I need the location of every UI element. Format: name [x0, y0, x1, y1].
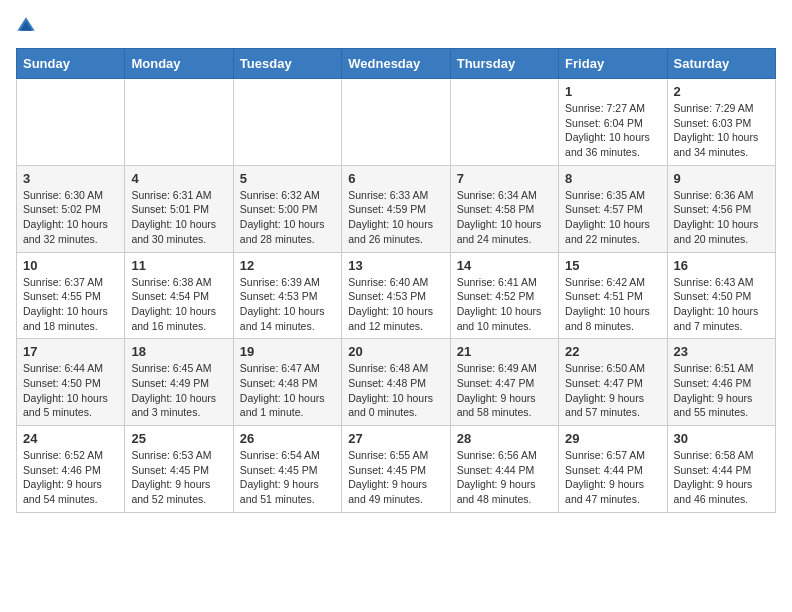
day-info: Sunrise: 6:58 AM Sunset: 4:44 PM Dayligh… — [674, 448, 769, 507]
day-number: 22 — [565, 344, 660, 359]
logo-icon — [16, 16, 36, 36]
calendar-cell: 12Sunrise: 6:39 AM Sunset: 4:53 PM Dayli… — [233, 252, 341, 339]
day-number: 11 — [131, 258, 226, 273]
day-info: Sunrise: 6:55 AM Sunset: 4:45 PM Dayligh… — [348, 448, 443, 507]
day-of-week-header: Sunday — [17, 49, 125, 79]
calendar-cell: 21Sunrise: 6:49 AM Sunset: 4:47 PM Dayli… — [450, 339, 558, 426]
day-number: 18 — [131, 344, 226, 359]
calendar-cell: 29Sunrise: 6:57 AM Sunset: 4:44 PM Dayli… — [559, 426, 667, 513]
day-number: 30 — [674, 431, 769, 446]
calendar-week-row: 24Sunrise: 6:52 AM Sunset: 4:46 PM Dayli… — [17, 426, 776, 513]
calendar-cell: 10Sunrise: 6:37 AM Sunset: 4:55 PM Dayli… — [17, 252, 125, 339]
calendar-cell: 11Sunrise: 6:38 AM Sunset: 4:54 PM Dayli… — [125, 252, 233, 339]
day-of-week-header: Tuesday — [233, 49, 341, 79]
day-info: Sunrise: 6:30 AM Sunset: 5:02 PM Dayligh… — [23, 188, 118, 247]
day-info: Sunrise: 6:44 AM Sunset: 4:50 PM Dayligh… — [23, 361, 118, 420]
day-of-week-header: Saturday — [667, 49, 775, 79]
calendar-cell: 19Sunrise: 6:47 AM Sunset: 4:48 PM Dayli… — [233, 339, 341, 426]
calendar-cell: 15Sunrise: 6:42 AM Sunset: 4:51 PM Dayli… — [559, 252, 667, 339]
day-info: Sunrise: 6:48 AM Sunset: 4:48 PM Dayligh… — [348, 361, 443, 420]
calendar-cell: 3Sunrise: 6:30 AM Sunset: 5:02 PM Daylig… — [17, 165, 125, 252]
calendar-header-row: SundayMondayTuesdayWednesdayThursdayFrid… — [17, 49, 776, 79]
day-number: 6 — [348, 171, 443, 186]
calendar-week-row: 17Sunrise: 6:44 AM Sunset: 4:50 PM Dayli… — [17, 339, 776, 426]
day-info: Sunrise: 6:35 AM Sunset: 4:57 PM Dayligh… — [565, 188, 660, 247]
day-number: 10 — [23, 258, 118, 273]
calendar-cell: 23Sunrise: 6:51 AM Sunset: 4:46 PM Dayli… — [667, 339, 775, 426]
day-info: Sunrise: 6:51 AM Sunset: 4:46 PM Dayligh… — [674, 361, 769, 420]
day-number: 5 — [240, 171, 335, 186]
calendar-cell: 20Sunrise: 6:48 AM Sunset: 4:48 PM Dayli… — [342, 339, 450, 426]
calendar-cell: 30Sunrise: 6:58 AM Sunset: 4:44 PM Dayli… — [667, 426, 775, 513]
calendar-cell: 2Sunrise: 7:29 AM Sunset: 6:03 PM Daylig… — [667, 79, 775, 166]
calendar-cell: 14Sunrise: 6:41 AM Sunset: 4:52 PM Dayli… — [450, 252, 558, 339]
calendar-cell: 1Sunrise: 7:27 AM Sunset: 6:04 PM Daylig… — [559, 79, 667, 166]
day-of-week-header: Friday — [559, 49, 667, 79]
day-info: Sunrise: 6:34 AM Sunset: 4:58 PM Dayligh… — [457, 188, 552, 247]
calendar: SundayMondayTuesdayWednesdayThursdayFrid… — [16, 48, 776, 513]
day-number: 4 — [131, 171, 226, 186]
calendar-cell: 25Sunrise: 6:53 AM Sunset: 4:45 PM Dayli… — [125, 426, 233, 513]
day-number: 13 — [348, 258, 443, 273]
calendar-cell — [125, 79, 233, 166]
logo — [16, 16, 40, 36]
calendar-cell: 8Sunrise: 6:35 AM Sunset: 4:57 PM Daylig… — [559, 165, 667, 252]
day-number: 28 — [457, 431, 552, 446]
day-info: Sunrise: 6:37 AM Sunset: 4:55 PM Dayligh… — [23, 275, 118, 334]
day-info: Sunrise: 6:47 AM Sunset: 4:48 PM Dayligh… — [240, 361, 335, 420]
day-info: Sunrise: 6:32 AM Sunset: 5:00 PM Dayligh… — [240, 188, 335, 247]
day-number: 7 — [457, 171, 552, 186]
day-number: 9 — [674, 171, 769, 186]
day-info: Sunrise: 6:39 AM Sunset: 4:53 PM Dayligh… — [240, 275, 335, 334]
day-info: Sunrise: 6:42 AM Sunset: 4:51 PM Dayligh… — [565, 275, 660, 334]
day-number: 20 — [348, 344, 443, 359]
day-info: Sunrise: 6:40 AM Sunset: 4:53 PM Dayligh… — [348, 275, 443, 334]
day-number: 3 — [23, 171, 118, 186]
calendar-cell: 24Sunrise: 6:52 AM Sunset: 4:46 PM Dayli… — [17, 426, 125, 513]
day-info: Sunrise: 6:43 AM Sunset: 4:50 PM Dayligh… — [674, 275, 769, 334]
calendar-cell — [342, 79, 450, 166]
calendar-cell: 5Sunrise: 6:32 AM Sunset: 5:00 PM Daylig… — [233, 165, 341, 252]
day-number: 2 — [674, 84, 769, 99]
day-of-week-header: Wednesday — [342, 49, 450, 79]
calendar-week-row: 3Sunrise: 6:30 AM Sunset: 5:02 PM Daylig… — [17, 165, 776, 252]
day-info: Sunrise: 6:45 AM Sunset: 4:49 PM Dayligh… — [131, 361, 226, 420]
day-info: Sunrise: 6:57 AM Sunset: 4:44 PM Dayligh… — [565, 448, 660, 507]
day-number: 27 — [348, 431, 443, 446]
day-info: Sunrise: 6:50 AM Sunset: 4:47 PM Dayligh… — [565, 361, 660, 420]
day-number: 14 — [457, 258, 552, 273]
day-number: 26 — [240, 431, 335, 446]
day-number: 25 — [131, 431, 226, 446]
day-number: 15 — [565, 258, 660, 273]
calendar-week-row: 10Sunrise: 6:37 AM Sunset: 4:55 PM Dayli… — [17, 252, 776, 339]
calendar-cell: 13Sunrise: 6:40 AM Sunset: 4:53 PM Dayli… — [342, 252, 450, 339]
day-number: 19 — [240, 344, 335, 359]
calendar-cell: 18Sunrise: 6:45 AM Sunset: 4:49 PM Dayli… — [125, 339, 233, 426]
day-info: Sunrise: 6:53 AM Sunset: 4:45 PM Dayligh… — [131, 448, 226, 507]
day-of-week-header: Monday — [125, 49, 233, 79]
day-info: Sunrise: 7:27 AM Sunset: 6:04 PM Dayligh… — [565, 101, 660, 160]
day-info: Sunrise: 6:54 AM Sunset: 4:45 PM Dayligh… — [240, 448, 335, 507]
calendar-cell — [17, 79, 125, 166]
day-info: Sunrise: 7:29 AM Sunset: 6:03 PM Dayligh… — [674, 101, 769, 160]
day-info: Sunrise: 6:33 AM Sunset: 4:59 PM Dayligh… — [348, 188, 443, 247]
day-number: 16 — [674, 258, 769, 273]
day-info: Sunrise: 6:38 AM Sunset: 4:54 PM Dayligh… — [131, 275, 226, 334]
header — [16, 16, 776, 36]
calendar-cell — [450, 79, 558, 166]
day-info: Sunrise: 6:52 AM Sunset: 4:46 PM Dayligh… — [23, 448, 118, 507]
calendar-cell: 16Sunrise: 6:43 AM Sunset: 4:50 PM Dayli… — [667, 252, 775, 339]
day-number: 29 — [565, 431, 660, 446]
calendar-cell: 6Sunrise: 6:33 AM Sunset: 4:59 PM Daylig… — [342, 165, 450, 252]
calendar-cell — [233, 79, 341, 166]
day-number: 21 — [457, 344, 552, 359]
calendar-cell: 4Sunrise: 6:31 AM Sunset: 5:01 PM Daylig… — [125, 165, 233, 252]
calendar-week-row: 1Sunrise: 7:27 AM Sunset: 6:04 PM Daylig… — [17, 79, 776, 166]
day-number: 1 — [565, 84, 660, 99]
day-number: 23 — [674, 344, 769, 359]
day-of-week-header: Thursday — [450, 49, 558, 79]
calendar-cell: 7Sunrise: 6:34 AM Sunset: 4:58 PM Daylig… — [450, 165, 558, 252]
calendar-cell: 26Sunrise: 6:54 AM Sunset: 4:45 PM Dayli… — [233, 426, 341, 513]
day-number: 8 — [565, 171, 660, 186]
day-info: Sunrise: 6:41 AM Sunset: 4:52 PM Dayligh… — [457, 275, 552, 334]
